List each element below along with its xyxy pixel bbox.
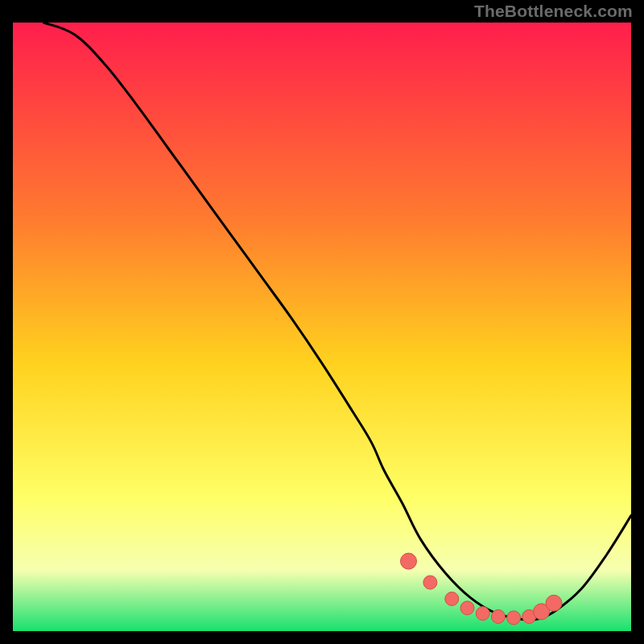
watermark-label: TheBottleneck.com [474, 2, 633, 21]
data-marker [476, 607, 489, 621]
chart-svg [13, 23, 631, 631]
data-marker [546, 595, 562, 611]
gradient-background [13, 23, 631, 631]
data-marker [445, 592, 459, 605]
data-marker [507, 611, 521, 625]
data-marker [401, 553, 417, 569]
data-marker [423, 576, 437, 589]
chart-frame: TheBottleneck.com [0, 0, 644, 644]
data-marker [460, 601, 474, 615]
plot-area [13, 23, 631, 631]
data-marker [491, 609, 505, 623]
